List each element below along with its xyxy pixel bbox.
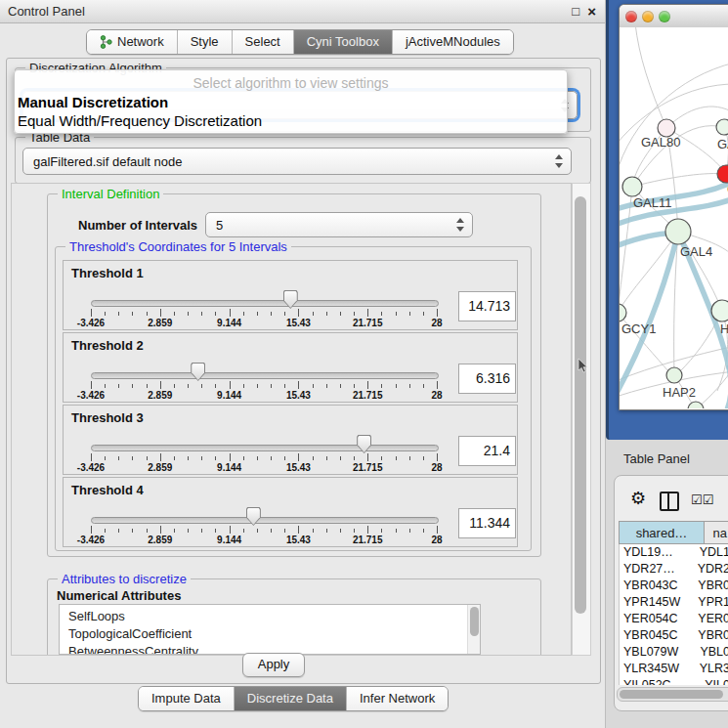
- network-node-top-right[interactable]: [716, 119, 728, 135]
- network-node-bottom-partial[interactable]: [688, 402, 704, 408]
- network-canvas[interactable]: GAL80GACGAL11GAL4GCY1HHAP2: [620, 27, 728, 408]
- slider-track[interactable]: [91, 445, 439, 451]
- table-cell[interactable]: YBL0: [698, 644, 728, 661]
- list-item[interactable]: TopologicalCoefficient: [68, 626, 192, 641]
- table-cell[interactable]: YDR2: [696, 561, 728, 578]
- apply-button[interactable]: Apply: [242, 653, 305, 677]
- tab-label: Network: [117, 30, 164, 54]
- slider-tick: [215, 384, 216, 388]
- vertical-scrollbar[interactable]: [572, 183, 591, 656]
- table-panel: ⚙ ☑☑ shared… na YDL19…YDL1YDR27…YDR2YBR0…: [614, 475, 728, 711]
- dropdown-option-equal-width-frequency[interactable]: Equal Width/Frequency Discretization: [18, 112, 262, 129]
- slider-tick-label: 2.859: [148, 390, 172, 401]
- tab-infer-network[interactable]: Infer Network: [347, 687, 448, 710]
- table-cell[interactable]: YER054C: [620, 611, 696, 627]
- split-columns-icon[interactable]: [660, 492, 679, 511]
- tab-cyni-toolbox[interactable]: Cyni Toolbox: [294, 30, 393, 54]
- column-header-shared[interactable]: shared…: [619, 521, 704, 544]
- tab-label: jActiveMNodules: [406, 30, 500, 54]
- table-cell[interactable]: YER0: [696, 611, 728, 627]
- table-cell[interactable]: YBR0: [696, 578, 728, 594]
- slider-track[interactable]: [91, 517, 439, 524]
- number-of-intervals-combobox[interactable]: 5: [205, 212, 473, 237]
- table-cell[interactable]: YBR045C: [620, 627, 696, 644]
- table-cell[interactable]: YBR043C: [620, 578, 696, 594]
- threshold-value-field[interactable]: 14.713: [458, 291, 516, 321]
- traffic-light-minimize-icon[interactable]: [642, 11, 654, 22]
- table-row[interactable]: YDR27…YDR2: [620, 561, 728, 578]
- slider-tick-label: 21.715: [353, 462, 383, 473]
- table-row[interactable]: YBL079WYBL0: [620, 644, 728, 661]
- slider-tick: [298, 309, 299, 317]
- slider-tick: [396, 529, 397, 533]
- tab-network[interactable]: Network: [87, 30, 178, 54]
- numerical-attributes-label: Numerical Attributes: [57, 588, 181, 603]
- list-scrollbar[interactable]: [467, 605, 480, 654]
- checkbox-pair-icon[interactable]: ☑☑: [691, 492, 713, 507]
- threshold-value-field[interactable]: 21.4: [458, 436, 516, 466]
- threshold-panel: Threshold 2 -3.4262.8599.14415.4321.7152…: [63, 332, 518, 403]
- traffic-light-close-icon[interactable]: [625, 11, 637, 22]
- table-cell[interactable]: YDL1: [698, 544, 728, 561]
- list-item[interactable]: BetweennessCentrality: [68, 644, 198, 655]
- network-node-red[interactable]: [717, 165, 728, 183]
- network-node-right-mid[interactable]: [711, 300, 728, 321]
- slider-tick: [243, 529, 244, 533]
- table-data-combobox[interactable]: galFiltered.sif default node: [22, 148, 572, 175]
- table-cell[interactable]: YDL19…: [620, 544, 698, 561]
- tab-label: Select: [245, 30, 280, 54]
- table-panel-area: Table Panel ⚙ ☑☑ shared… na YDL19…YDL1YD…: [606, 440, 728, 728]
- slider-track[interactable]: [91, 372, 439, 379]
- table-row[interactable]: YER054CYER0: [620, 611, 728, 627]
- table-cell[interactable]: YDR27…: [620, 561, 696, 578]
- threshold-value-field[interactable]: 6.316: [458, 364, 516, 394]
- table-cell[interactable]: YLR3: [698, 661, 728, 677]
- control-panel-tab-strip: Network Style Select Cyni Toolbox jActiv…: [86, 29, 514, 55]
- close-panel-icon[interactable]: ×: [587, 0, 596, 22]
- table-cell[interactable]: YBR0: [696, 627, 728, 644]
- right-side-area: GAL80GACGAL11GAL4GCY1HHAP2 Table Panel ⚙…: [606, 0, 728, 728]
- slider-tick: [105, 384, 106, 388]
- table-cell[interactable]: YPR145W: [620, 594, 696, 611]
- table-row[interactable]: YBR045CYBR0: [620, 627, 728, 644]
- table-cell[interactable]: YIL0: [703, 677, 728, 685]
- float-window-icon[interactable]: □: [572, 0, 579, 22]
- table-row[interactable]: YDL19…YDL1: [620, 544, 728, 561]
- tab-style[interactable]: Style: [178, 30, 233, 54]
- vertical-scrollbar-thumb[interactable]: [575, 196, 586, 614]
- network-node-HAP2[interactable]: [666, 367, 682, 383]
- tab-select[interactable]: Select: [233, 30, 294, 54]
- list-scrollbar-thumb[interactable]: [470, 607, 479, 636]
- list-item[interactable]: SelfLoops: [68, 609, 125, 623]
- table-cell[interactable]: YLR345W: [620, 661, 698, 677]
- network-node-GAL11[interactable]: [622, 177, 642, 196]
- table-row[interactable]: YIL052CYIL0: [620, 677, 728, 685]
- horizontal-scrollbar-thumb[interactable]: [620, 690, 723, 699]
- tab-impute-data[interactable]: Impute Data: [139, 687, 235, 710]
- slider-tick-label: 28: [431, 535, 442, 545]
- table-cell[interactable]: YPR1: [696, 594, 728, 611]
- tab-jactivemnodules[interactable]: jActiveMNodules: [393, 30, 513, 54]
- column-header-name[interactable]: na: [704, 521, 728, 544]
- slider-tick: [243, 384, 244, 388]
- table-cell[interactable]: YBL079W: [620, 644, 698, 661]
- threshold-value-field[interactable]: 11.344: [458, 508, 516, 538]
- network-node-label: HAP2: [663, 385, 696, 400]
- gear-icon[interactable]: ⚙: [630, 489, 646, 508]
- threshold-panel: Threshold 4 -3.4262.8599.14415.4321.7152…: [63, 477, 518, 547]
- table-row[interactable]: YPR145WYPR1: [620, 594, 728, 611]
- traffic-light-zoom-icon[interactable]: [659, 11, 670, 22]
- slider-tick: [132, 529, 133, 533]
- dropdown-option-manual-discretization[interactable]: Manual Discretization: [18, 94, 168, 110]
- slider-tick: [105, 312, 106, 316]
- network-node-GAL4[interactable]: [665, 219, 691, 244]
- slider-tick-label: -3.426: [77, 318, 105, 328]
- table-row[interactable]: YLR345WYLR3: [620, 661, 728, 677]
- table-row[interactable]: YBR043CYBR0: [620, 578, 728, 594]
- table-cell[interactable]: YIL052C: [620, 677, 703, 685]
- network-node-GCY1[interactable]: [620, 304, 626, 321]
- slider-tick-label: 2.859: [148, 535, 172, 545]
- tab-discretize-data[interactable]: Discretize Data: [235, 687, 347, 710]
- slider-track[interactable]: [91, 300, 439, 307]
- horizontal-scrollbar[interactable]: [617, 687, 728, 702]
